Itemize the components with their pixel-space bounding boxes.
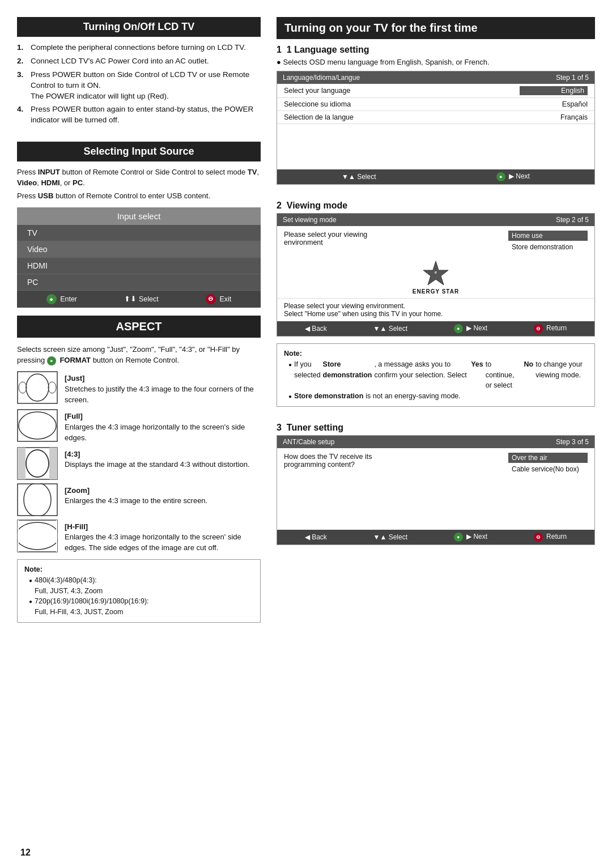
selecting-input-section: Selecting Input Source Press INPUT butto… (17, 142, 261, 308)
energy-star-text: ENERGY STAR (413, 288, 459, 295)
selecting-input-header: Selecting Input Source (17, 142, 261, 161)
svg-rect-15 (18, 520, 19, 552)
aspect-just-row: [Just] Stretches to justify the 4:3 imag… (17, 371, 261, 406)
first-time-header: Turning on your TV for the first time (277, 17, 595, 39)
ok-next-icon: ● (454, 324, 463, 333)
svg-text:e: e (435, 270, 437, 274)
tuner-ok-icon: ● (454, 533, 463, 542)
energy-star-logo: e (419, 260, 453, 288)
left-column: Turning On/Off LCD TV 1. Complete the pe… (17, 17, 261, 631)
input-item-tv[interactable]: TV (17, 225, 261, 241)
note-item-2: 720p(16:9)/1080i(16:9)/1080p(16:9):Full,… (29, 596, 253, 618)
svg-rect-0 (18, 372, 57, 403)
aspect-zoom-desc: [Zoom] Enlarges the 4:3 image to the ent… (65, 483, 207, 507)
aspect-43-icon (17, 447, 58, 480)
language-screen: Language/Idioma/Langue Step 1 of 5 Selec… (277, 71, 595, 185)
ok-icon: ● (496, 172, 505, 181)
aspect-43-row: [4:3] Displays the image at the standard… (17, 447, 261, 480)
language-row-spanish: Seleccione su idioma Español (277, 98, 594, 111)
turning-on-header: Turning On/Off LCD TV (17, 17, 261, 37)
step-4: 4. Press POWER button again to enter sta… (17, 104, 261, 126)
tuner-return-icon: ⊖ (534, 533, 543, 542)
turning-on-steps: 1. Complete the peripheral connections b… (17, 42, 261, 126)
viewing-screen-header: Set viewing mode Step 2 of 5 (277, 214, 594, 226)
aspect-header: ASPECT (17, 316, 261, 338)
aspect-hfill-row: [H-Fill] Enlarges the 4:3 image horizont… (17, 520, 261, 554)
svg-point-1 (26, 374, 49, 401)
svg-point-12 (24, 483, 51, 516)
input-select-box: Input select TV Video HDMI PC ● Enter ⬆⬇… (17, 207, 261, 308)
step-2: 2. Connect LCD TV's AC Power Cord into a… (17, 56, 261, 67)
step-3: 3. Press POWER button on Side Control of… (17, 70, 261, 102)
aspect-full-icon (17, 409, 58, 442)
enter-btn: ● Enter (46, 294, 77, 304)
language-row-english: Select your language English (277, 84, 594, 98)
tuner-option-air: Over the air (508, 453, 588, 463)
aspect-desc: Selects screen size among "Just", "Zoom"… (17, 344, 261, 366)
viewing-note-1: If you selected Store demonstration, a m… (288, 359, 588, 391)
viewing-screen: Set viewing mode Step 2 of 5 Please sele… (277, 213, 595, 337)
aspect-hfill-icon (17, 520, 58, 552)
language-empty-space (277, 124, 594, 169)
svg-point-3 (48, 382, 56, 393)
svg-point-10 (26, 450, 49, 477)
aspect-section: ASPECT Selects screen size among "Just",… (17, 316, 261, 623)
selecting-desc-1: Press INPUT button of Remote Control or … (17, 167, 261, 189)
language-row-french: Sélection de la langue Français (277, 111, 594, 124)
svg-rect-16 (56, 520, 57, 552)
language-screen-footer: ▼▲ Select ● ▶ Next (277, 169, 594, 184)
tuner-screen-body: How does the TV receive itsprogramming c… (277, 448, 594, 479)
tuner-option-cable: Cable service(No box) (508, 464, 588, 474)
svg-rect-9 (49, 448, 57, 479)
aspect-images: [Just] Stretches to justify the 4:3 imag… (17, 371, 261, 554)
tuner-screen-header: ANT/Cable setup Step 3 of 5 (277, 436, 594, 448)
select-btn: ⬆⬇ Select (124, 295, 158, 303)
return-icon: ⊖ (534, 324, 543, 333)
exit-icon: ⊖ (206, 294, 216, 304)
aspect-zoom-icon (17, 483, 58, 516)
tuner-title: 3 Tuner setting (277, 423, 595, 433)
viewing-option-store: Store demonstration (508, 242, 588, 252)
viewing-section: 2 Viewing mode Set viewing mode Step 2 o… (277, 201, 595, 414)
language-section: 1 1 Language setting ● Selects OSD menu … (277, 45, 595, 192)
input-item-pc[interactable]: PC (17, 274, 261, 291)
tuner-screen-footer: ◀ Back ▼▲ Select ● ▶ Next ⊖ Return (277, 530, 594, 544)
aspect-43-desc: [4:3] Displays the image at the standard… (65, 447, 250, 471)
selecting-desc-2: Press USB button of Remote Control to en… (17, 191, 261, 202)
enter-icon: ● (46, 294, 57, 304)
aspect-full-desc: [Full] Enlarges the 4:3 image horizontal… (65, 409, 261, 444)
svg-rect-8 (18, 448, 26, 479)
step-1: 1. Complete the peripheral connections b… (17, 42, 261, 53)
viewing-bottom-text: Please select your viewing environment. … (277, 298, 594, 321)
language-desc: ● Selects OSD menu language from English… (277, 57, 595, 67)
note-item-1: 480i(4:3)/480p(4:3):Full, JUST, 4:3, Zoo… (29, 575, 253, 597)
viewing-note-2: Store demonstration is not an energy-sav… (288, 391, 588, 402)
language-screen-header: Language/Idioma/Langue Step 1 of 5 (277, 71, 594, 84)
svg-point-14 (17, 522, 58, 550)
exit-btn: ⊖ Exit (206, 294, 231, 304)
svg-point-2 (19, 382, 27, 393)
format-btn-icon: ● (47, 356, 56, 365)
language-title: 1 1 Language setting (277, 45, 595, 55)
tuner-screen: ANT/Cable setup Step 3 of 5 How does the… (277, 435, 595, 545)
input-item-hdmi[interactable]: HDMI (17, 258, 261, 274)
input-select-footer: ● Enter ⬆⬇ Select ⊖ Exit (17, 291, 261, 308)
right-column: Turning on your TV for the first time 1 … (277, 17, 595, 631)
aspect-hfill-desc: [H-Fill] Enlarges the 4:3 image horizont… (65, 520, 261, 554)
aspect-note-box: Note: 480i(4:3)/480p(4:3):Full, JUST, 4:… (17, 559, 261, 623)
viewing-screen-body: Please select your viewingenvironment Ho… (277, 226, 594, 257)
language-screen-body: Select your language English Seleccione … (277, 84, 594, 169)
viewing-option-home: Home use (508, 231, 588, 241)
energy-star-area: e ENERGY STAR (277, 257, 594, 298)
page-number: 12 (20, 848, 31, 858)
tuner-empty-space (277, 479, 594, 530)
svg-point-5 (19, 412, 56, 439)
aspect-just-icon (17, 371, 58, 404)
svg-rect-13 (18, 520, 57, 552)
viewing-screen-footer: ◀ Back ▼▲ Select ● ▶ Next ⊖ Return (277, 321, 594, 336)
input-select-title: Input select (17, 207, 261, 225)
aspect-full-row: [Full] Enlarges the 4:3 image horizontal… (17, 409, 261, 444)
turning-on-section: Turning On/Off LCD TV 1. Complete the pe… (17, 17, 261, 134)
aspect-zoom-row: [Zoom] Enlarges the 4:3 image to the ent… (17, 483, 261, 516)
input-item-video[interactable]: Video (17, 241, 261, 258)
